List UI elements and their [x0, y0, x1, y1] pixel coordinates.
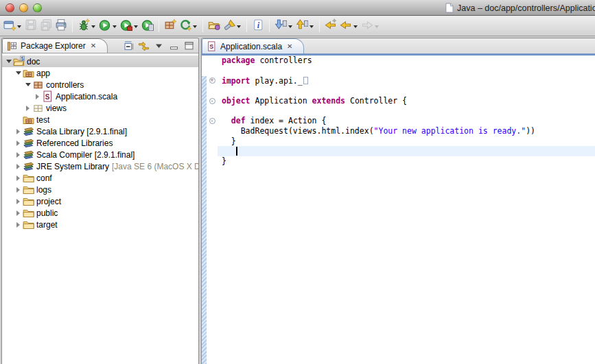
tree-item-views[interactable]: views	[2, 102, 198, 114]
code-line-6[interactable]	[207, 106, 595, 116]
tree-item-referenced-libraries[interactable]: Referenced Libraries	[2, 137, 198, 149]
open-resource-button[interactable]	[207, 18, 222, 34]
close-window-button[interactable]	[5, 3, 14, 12]
code-line-text[interactable]: }	[218, 136, 595, 147]
dropdown-arrow-icon[interactable]	[353, 25, 358, 30]
tree-item-controllers[interactable]: controllers	[2, 79, 198, 90]
expand-arrow-icon[interactable]	[14, 199, 22, 204]
collapse-arrow-icon[interactable]	[5, 57, 12, 66]
tree-item-conf[interactable]: conf	[2, 172, 198, 184]
dropdown-arrow-icon[interactable]	[17, 25, 21, 30]
code-token: BadRequest(views.html.index(	[222, 126, 374, 136]
print-button[interactable]	[54, 18, 69, 34]
code-line-5[interactable]: -object Application extends Controller {	[207, 96, 595, 106]
dropdown-arrow-icon[interactable]	[134, 25, 138, 30]
close-editor-icon[interactable]: ✕	[287, 43, 292, 50]
code-line-text[interactable]	[218, 66, 595, 76]
code-line-4[interactable]	[207, 86, 595, 96]
code-area[interactable]: package controllers+import play.api._-ob…	[207, 56, 595, 364]
tree-item-public[interactable]: public	[2, 207, 198, 219]
new-type-button[interactable]	[178, 18, 199, 34]
editor-body[interactable]: package controllers+import play.api._-ob…	[202, 56, 595, 364]
tab-application-scala[interactable]: S Application.scala ✕	[202, 38, 304, 53]
search-button[interactable]	[222, 18, 243, 34]
collapse-all-button[interactable]	[122, 40, 135, 52]
save-button	[23, 18, 38, 34]
tree-item-scala-compiler-2-9-1-final[interactable]: Scala Compiler [2.9.1.final]	[2, 149, 198, 160]
new-wizard-button[interactable]	[2, 18, 23, 34]
expand-arrow-icon[interactable]	[14, 141, 22, 146]
dropdown-arrow-icon[interactable]	[193, 25, 197, 30]
expand-arrow-icon[interactable]	[14, 222, 22, 228]
previous-annotation-button[interactable]	[294, 18, 316, 34]
next-annotation-button[interactable]	[273, 18, 294, 34]
minimize-button[interactable]	[167, 40, 180, 52]
code-line-text[interactable]: BadRequest(views.html.index("Your new ap…	[218, 126, 595, 136]
view-menu-button[interactable]	[152, 40, 165, 52]
last-edit-location-button[interactable]	[323, 18, 338, 34]
dropdown-arrow-icon[interactable]	[113, 25, 117, 30]
fold-expand-icon[interactable]: +	[209, 77, 215, 84]
code-line-text[interactable]	[218, 146, 595, 156]
dropdown-arrow-icon[interactable]	[237, 25, 241, 30]
tree-item-app[interactable]: app	[2, 67, 198, 79]
expand-arrow-icon[interactable]	[14, 175, 22, 181]
svg-text:S: S	[209, 43, 213, 50]
code-line-1[interactable]: package controllers	[207, 56, 595, 66]
tree-item-jre-system-library[interactable]: JRE System Library[Java SE 6 (MacOS X De…	[2, 160, 198, 172]
code-line-text[interactable]: }	[218, 156, 595, 167]
collapse-arrow-icon[interactable]	[24, 80, 32, 89]
code-line-text[interactable]: package controllers	[218, 56, 595, 66]
code-line-text[interactable]: import play.api._	[218, 75, 595, 86]
tree-item-scala-library-2-9-1-final[interactable]: Scala Library [2.9.1.final]	[2, 125, 198, 137]
expand-arrow-icon[interactable]	[34, 94, 41, 99]
debug-button[interactable]	[76, 18, 97, 34]
maximize-button[interactable]	[183, 40, 195, 52]
info-button[interactable]: i	[250, 18, 266, 34]
link-with-editor-button[interactable]	[137, 40, 150, 52]
expand-arrow-icon[interactable]	[14, 164, 22, 169]
code-line-2[interactable]	[207, 66, 595, 76]
tree-item-logs[interactable]: logs	[2, 184, 198, 195]
range-indicator	[202, 76, 207, 364]
tree-item-doc[interactable]: Sdoc	[2, 56, 198, 67]
expand-arrow-icon[interactable]	[14, 129, 22, 134]
code-line-text[interactable]: def index = Action {	[218, 116, 595, 126]
run-button[interactable]	[97, 18, 119, 34]
dropdown-arrow-icon[interactable]	[91, 25, 95, 30]
fold-collapse-icon[interactable]: -	[209, 118, 215, 124]
run-last-button[interactable]	[140, 18, 155, 34]
expand-arrow-icon[interactable]	[14, 187, 22, 193]
expand-arrow-icon[interactable]	[14, 152, 22, 158]
tree-item-project[interactable]: project	[2, 195, 198, 207]
fold-collapse-icon[interactable]: -	[209, 98, 215, 104]
workbench: Package Explorer ✕ SdocappcontrollersSAp…	[0, 37, 595, 364]
code-line-7[interactable]: - def index = Action {	[207, 116, 595, 126]
tree-item-target[interactable]: target	[2, 219, 198, 230]
collapse-arrow-icon[interactable]	[14, 69, 22, 77]
tab-package-explorer[interactable]: Package Explorer ✕	[2, 38, 108, 53]
toolbar-separator	[72, 19, 73, 32]
close-view-icon[interactable]: ✕	[91, 43, 96, 49]
code-line-3[interactable]: +import play.api._	[207, 75, 595, 86]
run-external-button[interactable]	[119, 18, 140, 34]
expand-arrow-icon[interactable]	[24, 106, 32, 111]
tree-item-test[interactable]: test	[2, 114, 198, 125]
new-package-button[interactable]	[163, 18, 178, 34]
dropdown-arrow-icon[interactable]	[310, 25, 314, 30]
code-line-text[interactable]	[218, 106, 595, 116]
minimize-window-button[interactable]	[19, 3, 28, 12]
zoom-window-button[interactable]	[33, 3, 42, 12]
back-button[interactable]	[338, 18, 360, 34]
code-line-text[interactable]	[218, 86, 595, 96]
code-line-10[interactable]	[207, 146, 595, 156]
code-line-text[interactable]: object Application extends Controller {	[218, 96, 595, 106]
tree-item-label: views	[46, 104, 67, 113]
expand-arrow-icon[interactable]	[14, 210, 22, 216]
code-line-8[interactable]: BadRequest(views.html.index("Your new ap…	[207, 126, 595, 136]
dropdown-arrow-icon[interactable]	[375, 25, 379, 30]
code-line-9[interactable]: }	[207, 136, 595, 147]
dropdown-arrow-icon[interactable]	[288, 25, 292, 30]
tree-item-application-scala[interactable]: SApplication.scala	[2, 90, 198, 102]
code-line-11[interactable]: }	[207, 156, 595, 167]
